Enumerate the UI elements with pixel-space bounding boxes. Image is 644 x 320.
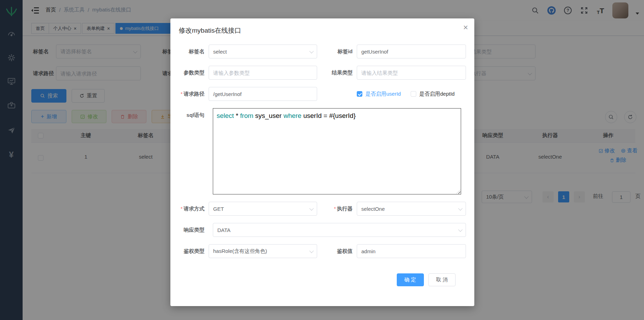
chevron-down-icon [309, 248, 314, 253]
executor-value: selectOne [361, 206, 385, 212]
confirm-button[interactable]: 确 定 [397, 273, 424, 286]
param-type-field[interactable] [209, 66, 317, 80]
sql-text: userId = #{userId} [301, 112, 356, 119]
edit-mybatis-dialog: 修改mybatis在线接口 × 标签名 select 标签id [170, 18, 474, 306]
auth-type-label: 鉴权类型 [179, 244, 209, 258]
sql-editor[interactable]: select * from sys_user where userId = #{… [213, 108, 461, 194]
path-input[interactable] [213, 91, 313, 97]
checkbox-checked-icon [357, 91, 362, 97]
sql-text: sys_user [253, 112, 284, 119]
result-type-input[interactable] [361, 70, 461, 76]
path-label-text: 请求路径 [184, 91, 204, 97]
tag-id-field[interactable] [357, 45, 466, 58]
method-label-text: 请求方式 [184, 206, 204, 211]
auth-type-value: hasRole(含有这些角色) [213, 248, 267, 255]
tag-name-value: select [213, 49, 227, 55]
enable-deptid-checkbox[interactable]: 是否启用deptId [411, 91, 455, 97]
enable-flags-group: 是否启用userId 是否启用deptId [357, 87, 454, 101]
chevron-down-icon [309, 206, 314, 210]
dialog-title: 修改mybatis在线接口 [179, 27, 241, 34]
sql-keyword: select [217, 112, 234, 119]
enable-deptid-label: 是否启用deptId [419, 91, 455, 97]
dialog-header: 修改mybatis在线接口 × [170, 18, 474, 35]
chevron-down-icon [458, 227, 463, 232]
auth-type-select[interactable]: hasRole(含有这些角色) [209, 244, 317, 258]
enable-userid-checkbox[interactable]: 是否启用userId [357, 91, 401, 97]
executor-label-text: 执行器 [337, 206, 353, 211]
param-type-label: 参数类型 [179, 66, 209, 80]
resp-type-select[interactable]: DATA [213, 223, 466, 237]
path-label: *请求路径 [179, 87, 209, 101]
cancel-button-label: 取 消 [436, 277, 448, 283]
confirm-button-label: 确 定 [404, 277, 416, 283]
sql-keyword: from [240, 112, 253, 119]
dialog-footer: 确 定 取 消 [179, 265, 466, 286]
tag-id-input[interactable] [361, 49, 461, 55]
param-type-input[interactable] [213, 70, 313, 76]
tag-id-label: 标签id [321, 45, 357, 58]
required-mark: * [180, 91, 183, 97]
sql-keyword: where [283, 112, 301, 119]
method-label: *请求方式 [179, 202, 209, 216]
path-field[interactable] [209, 87, 317, 101]
dialog-body: 标签名 select 标签id 参数类型 [170, 35, 474, 286]
tag-name-select[interactable]: select [209, 45, 317, 58]
method-select[interactable]: GET [209, 202, 317, 216]
sql-label: sql语句 [179, 108, 209, 122]
result-type-label: 结果类型 [321, 66, 357, 80]
enable-userid-label: 是否启用userId [365, 91, 401, 97]
sql-text: * [234, 112, 240, 119]
required-mark: * [180, 206, 183, 211]
executor-select[interactable]: selectOne [357, 202, 466, 216]
executor-label: *执行器 [321, 202, 357, 216]
app-root: ¥ 首页 / 系统工具 / mybatis在线接口 [0, 0, 644, 320]
auth-value-field[interactable] [357, 244, 466, 258]
checkbox-unchecked-icon [411, 91, 416, 97]
tag-name-label: 标签名 [179, 45, 209, 58]
chevron-down-icon [458, 206, 463, 210]
result-type-field[interactable] [357, 66, 466, 80]
chevron-down-icon [309, 49, 314, 53]
cancel-button[interactable]: 取 消 [428, 273, 456, 286]
auth-value-label: 鉴权值 [321, 244, 357, 258]
dialog-close-icon[interactable]: × [463, 23, 468, 32]
method-value: GET [213, 206, 224, 212]
required-mark: * [334, 206, 336, 211]
resp-type-value: DATA [217, 227, 231, 233]
resp-type-label: 响应类型 [179, 223, 209, 237]
auth-value-input[interactable] [361, 248, 461, 254]
